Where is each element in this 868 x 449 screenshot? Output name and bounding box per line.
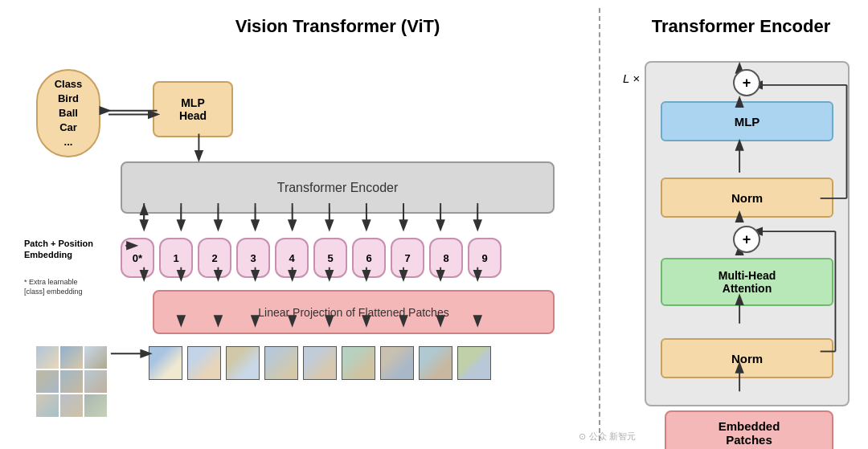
patch-image-7 xyxy=(419,346,452,380)
section-divider xyxy=(599,8,600,441)
grid-cell-1 xyxy=(60,346,83,369)
te-norm-bot-label: Norm xyxy=(731,352,763,365)
patch-image-5 xyxy=(342,346,375,380)
patch-image-2 xyxy=(226,346,260,380)
watermark-icon: ⊙ xyxy=(579,431,586,442)
te-mlp-box: MLP xyxy=(661,101,833,141)
te-title: Transformer Encoder xyxy=(616,16,866,37)
token-1: 1 xyxy=(159,238,193,278)
grid-cell-4 xyxy=(60,370,83,393)
vit-section: Vision Transformer (ViT) ClassBirdBallCa… xyxy=(16,8,595,441)
grid-cell-3 xyxy=(36,370,59,393)
token-2: 2 xyxy=(198,238,231,278)
patch-position-label: Patch + PositionEmbedding xyxy=(24,238,117,261)
patch-image-6 xyxy=(380,346,414,380)
patch-images-row xyxy=(149,346,491,380)
extra-learnable-note: * Extra learnable[class] embedding xyxy=(24,278,117,296)
transformer-encoder-box: Transformer Encoder xyxy=(121,161,555,214)
embedded-patches-box: EmbeddedPatches xyxy=(665,410,833,449)
class-box: ClassBirdBallCar... xyxy=(36,69,100,157)
watermark: ⊙ 公众 新智元 xyxy=(579,431,636,443)
token-4: 4 xyxy=(275,238,309,278)
linear-projection-label: Linear Projection of Flattened Patches xyxy=(258,306,448,319)
patch-image-4 xyxy=(303,346,337,380)
te-mlp-label: MLP xyxy=(735,115,760,129)
te-mha-label: Multi-HeadAttention xyxy=(719,269,776,295)
grid-cell-5 xyxy=(84,370,107,393)
vit-title: Vision Transformer (ViT) xyxy=(88,16,587,37)
transformer-encoder-label: Transformer Encoder xyxy=(277,181,399,195)
patch-image-1 xyxy=(187,346,221,380)
te-norm-bot-box: Norm xyxy=(661,338,833,378)
token-5: 5 xyxy=(313,238,347,278)
grid-cell-0 xyxy=(36,346,59,369)
token-8: 8 xyxy=(429,238,463,278)
token-3: 3 xyxy=(236,238,270,278)
grid-cell-6 xyxy=(36,394,59,417)
tokens-row: 0* 1 2 3 4 5 6 7 8 9 xyxy=(121,238,502,278)
mlp-head-label: MLPHead xyxy=(179,96,207,122)
te-norm-top-box: Norm xyxy=(661,178,833,218)
watermark-text: 公众 新智元 xyxy=(589,431,636,443)
patch-image-8 xyxy=(457,346,491,380)
token-6: 6 xyxy=(352,238,386,278)
te-norm-top-label: Norm xyxy=(731,191,763,205)
grid-cell-2 xyxy=(84,346,107,369)
embedded-patches-label: EmbeddedPatches xyxy=(719,419,780,447)
te-mha-box: Multi-HeadAttention xyxy=(661,258,833,306)
vit-diagram: ClassBirdBallCar... MLPHead Transformer … xyxy=(24,45,587,439)
plus-circle-top: + xyxy=(733,69,760,96)
linear-projection-box: Linear Projection of Flattened Patches xyxy=(153,290,555,334)
te-diagram: L × + MLP Norm + Multi-HeadAttention xyxy=(616,49,866,443)
token-7: 7 xyxy=(391,238,424,278)
lx-label: L × xyxy=(623,71,640,85)
patch-image-0 xyxy=(149,346,182,380)
te-section: Transformer Encoder L × + MLP Norm + xyxy=(604,8,868,441)
mlp-head-box: MLPHead xyxy=(153,81,233,137)
patch-image-3 xyxy=(264,346,298,380)
class-label: ClassBirdBallCar... xyxy=(55,77,83,150)
grid-cell-8 xyxy=(84,394,107,417)
grid-cell-7 xyxy=(60,394,83,417)
token-0: 0* xyxy=(121,238,154,278)
plus-circle-mid: + xyxy=(733,226,760,253)
source-image-grid xyxy=(36,346,107,417)
token-9: 9 xyxy=(468,238,502,278)
